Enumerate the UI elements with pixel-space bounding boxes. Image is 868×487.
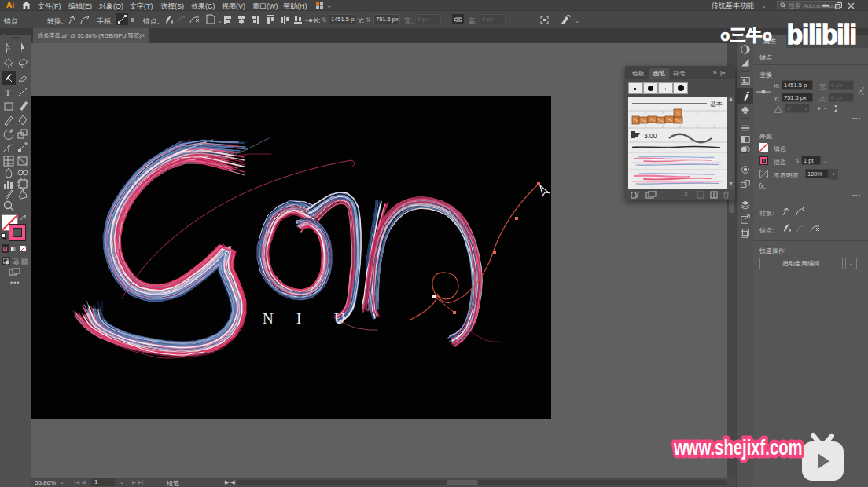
svg-text:bilibili: bilibili <box>787 20 856 49</box>
svg-text:www.shejixf.com: www.shejixf.com <box>673 435 802 460</box>
svg-text:3.00: 3.00 <box>644 132 657 140</box>
svg-text:I: I <box>296 310 301 327</box>
svg-text:U: U <box>334 310 345 327</box>
svg-text:N: N <box>263 310 274 327</box>
svg-text:T: T <box>5 86 11 98</box>
svg-text:o三牛o: o三牛o <box>720 26 772 45</box>
svg-text:基本: 基本 <box>710 101 723 108</box>
